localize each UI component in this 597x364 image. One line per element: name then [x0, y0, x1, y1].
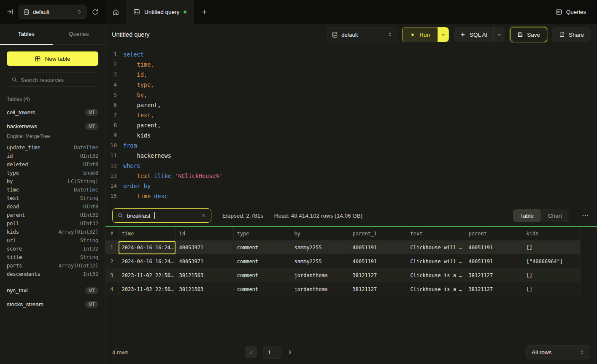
editor-line[interactable]: 1select [105, 49, 597, 59]
results-column-header[interactable]: id [176, 227, 233, 240]
schema-column-row[interactable]: kidsArray(UInt32) [7, 228, 98, 236]
schema-column-row[interactable]: deadUInt8 [7, 202, 98, 211]
schema-column-row[interactable]: byLC(String) [7, 177, 98, 186]
results-column-header[interactable]: kids [523, 227, 580, 240]
collapse-sidebar-button[interactable] [7, 8, 14, 15]
sql-ai-button[interactable]: SQL AI [454, 27, 493, 42]
schema-column-row[interactable]: parentUInt32 [7, 211, 98, 219]
results-column-header[interactable]: time [118, 227, 176, 240]
sidebar-table-nyc-taxi[interactable]: nyc_taxi MT [0, 283, 105, 297]
editor-line[interactable]: 11 hackernews [105, 151, 597, 161]
results-cell[interactable]: comment [233, 282, 291, 296]
next-page-button[interactable] [287, 350, 292, 355]
page-size-selector[interactable]: All rows [526, 345, 590, 359]
query-database-selector[interactable]: default [327, 27, 397, 42]
editor-line[interactable]: 7 text, [105, 110, 597, 120]
sidebar-tab-tables[interactable]: Tables [0, 24, 53, 44]
view-table-button[interactable]: Table [513, 209, 541, 222]
schema-column-row[interactable]: partsArray(UInt32) [7, 262, 98, 270]
results-cell[interactable]: Clickhouse is a … [407, 282, 465, 296]
page-number-input[interactable]: 1 [263, 346, 281, 359]
results-cell[interactable]: 40051191 [465, 254, 523, 268]
editor-line[interactable]: 9 kids [105, 130, 597, 140]
schema-column-row[interactable]: update_timeDateTime [7, 143, 98, 152]
results-cell[interactable]: 38121127 [465, 282, 523, 296]
editor-line[interactable]: 6 parent, [105, 100, 597, 110]
results-cell[interactable]: Clickhouse will … [407, 254, 465, 268]
sidebar-table-stocks-stream[interactable]: stocks_stream MT [0, 297, 105, 311]
run-options-button[interactable] [438, 27, 448, 42]
tab-home[interactable] [105, 0, 126, 24]
results-column-header[interactable]: # [105, 227, 118, 240]
results-cell[interactable]: comment [233, 240, 291, 254]
save-button[interactable]: Save [510, 27, 547, 42]
schema-column-row[interactable]: titleString [7, 253, 98, 262]
run-button[interactable]: Run [403, 27, 438, 42]
results-cell[interactable]: 2024-04-16 16:24… [118, 240, 176, 254]
results-cell[interactable]: 38121127 [465, 268, 523, 282]
schema-column-row[interactable]: pollUInt32 [7, 219, 98, 228]
previous-page-button[interactable] [245, 346, 257, 358]
results-cell[interactable]: [] [523, 268, 580, 282]
schema-column-row[interactable]: idUInt32 [7, 152, 98, 160]
editor-line[interactable]: 14order by [105, 181, 597, 191]
results-cell[interactable]: 2024-04-16 16:24… [118, 254, 176, 268]
editor-line[interactable]: 8 parent, [105, 120, 597, 130]
results-cell[interactable]: 38121563 [176, 268, 233, 282]
results-column-header[interactable]: by [291, 227, 349, 240]
editor-line[interactable]: 5 by, [105, 90, 597, 100]
results-cell[interactable]: jordanthoms [291, 268, 349, 282]
results-cell[interactable]: 40053971 [176, 254, 233, 268]
sidebar-table-hackernews[interactable]: hackernews MT [0, 119, 105, 133]
results-cell[interactable]: ["40066964"] [523, 254, 580, 268]
topbar-database-selector[interactable]: default [19, 5, 86, 19]
results-cell[interactable]: Clickhouse is a … [407, 268, 465, 282]
results-search-box[interactable]: breakfast [112, 208, 211, 223]
results-column-header[interactable]: type [233, 227, 291, 240]
results-cell[interactable]: 40051191 [465, 240, 523, 254]
results-cell[interactable]: 38121563 [176, 282, 233, 296]
results-cell[interactable]: 2023-11-02 22:56… [118, 268, 176, 282]
results-cell[interactable]: comment [233, 268, 291, 282]
editor-line[interactable]: 15 time desc [105, 191, 597, 201]
results-cell[interactable]: sammy2255 [291, 254, 349, 268]
results-cell[interactable]: 38121127 [349, 282, 407, 296]
results-cell[interactable]: 38121127 [349, 268, 407, 282]
schema-column-row[interactable]: typeEnum8 [7, 169, 98, 177]
results-cell[interactable]: 40053971 [176, 240, 233, 254]
sidebar-search[interactable] [7, 73, 98, 87]
refresh-button[interactable] [92, 8, 99, 16]
new-tab-button[interactable] [194, 0, 214, 24]
sidebar-tab-queries[interactable]: Queries [53, 24, 105, 44]
view-chart-button[interactable]: Chart [541, 209, 569, 222]
schema-column-row[interactable]: timeDateTime [7, 186, 98, 194]
schema-column-row[interactable]: urlString [7, 236, 98, 245]
sql-ai-options-button[interactable] [493, 27, 505, 42]
search-resources-input[interactable] [21, 77, 94, 83]
sidebar-table-cell-towers[interactable]: cell_towers MT [0, 105, 105, 119]
new-table-button[interactable]: New table [7, 51, 98, 66]
results-cell[interactable]: sammy2255 [291, 240, 349, 254]
editor-line[interactable]: 4 type, [105, 80, 597, 90]
results-cell[interactable]: comment [233, 254, 291, 268]
results-cell[interactable]: 40051191 [349, 240, 407, 254]
tab-untitled-query[interactable]: Untitled query [126, 0, 194, 24]
editor-line[interactable]: 10from [105, 140, 597, 151]
results-cell[interactable]: Clickhouse will … [407, 240, 465, 254]
editor-line[interactable]: 12where [105, 161, 597, 171]
schema-column-row[interactable]: textString [7, 194, 98, 202]
results-column-header[interactable]: parent [465, 227, 523, 240]
clear-search-button[interactable] [201, 213, 206, 218]
results-cell[interactable]: jordanthoms [291, 282, 349, 296]
results-cell[interactable]: [] [523, 240, 580, 254]
editor-line[interactable]: 13 text ilike '%ClickHouse%' [105, 171, 597, 181]
results-more-button[interactable] [580, 210, 590, 221]
schema-column-row[interactable]: scoreInt32 [7, 245, 98, 253]
editor-line[interactable]: 3 id, [105, 70, 597, 80]
schema-column-row[interactable]: deletedUInt8 [7, 160, 98, 169]
results-cell[interactable]: 40051191 [349, 254, 407, 268]
queries-button[interactable]: Queries [555, 8, 586, 16]
sql-editor[interactable]: 1select2 time,3 id,4 type,5 by,6 parent,… [105, 46, 597, 205]
editor-line[interactable]: 2 time, [105, 59, 597, 70]
results-column-header[interactable]: text [407, 227, 465, 240]
